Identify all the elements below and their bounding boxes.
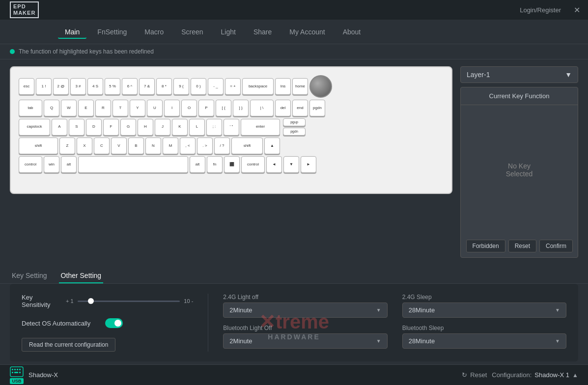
key-ralt[interactable]: alt [190,156,205,173]
knob[interactable] [309,75,332,98]
login-register-link[interactable]: Login/Register [520,6,561,14]
key-n[interactable]: N [145,138,161,154]
key-o[interactable]: O [181,100,197,116]
key-home[interactable]: home [292,78,308,95]
key-end[interactable]: end [292,100,308,116]
key-j[interactable]: J [155,119,170,136]
key-8[interactable]: 8 * [156,78,172,95]
key-k[interactable]: K [172,119,188,136]
key-enter[interactable]: enter [241,119,280,136]
detect-os-toggle[interactable] [105,318,123,328]
key-1[interactable]: 1 ! [36,78,52,95]
close-button[interactable]: ✕ [571,4,583,16]
key-menu[interactable]: ⬛ [224,156,240,173]
key-b[interactable]: B [128,138,144,154]
nav-item-fnsetting[interactable]: FnSetting [90,25,134,39]
key-pgup[interactable]: pgup [283,118,306,126]
key-semicolon[interactable]: ; : [206,119,222,136]
key-d[interactable]: D [86,119,102,136]
key-esc[interactable]: esc [19,78,34,95]
sensitivity-slider[interactable] [78,301,180,302]
key-slash[interactable]: / ? [214,138,230,154]
nav-item-main[interactable]: Main [58,25,86,39]
key-a[interactable]: A [52,119,67,136]
key-p[interactable]: P [198,100,214,116]
key-lbracket[interactable]: [ { [216,100,231,116]
forbidden-button[interactable]: Forbidden [466,240,505,252]
reset-button[interactable]: ↻ Reset [462,371,487,379]
key-t[interactable]: T [112,100,128,116]
key-del[interactable]: del [275,100,291,116]
key-5[interactable]: 5 % [105,78,120,95]
key-rctrl[interactable]: control [241,156,265,173]
key-u[interactable]: U [147,100,163,116]
key-fn[interactable]: fn [207,156,223,173]
key-r[interactable]: R [95,100,111,116]
key-x[interactable]: X [77,138,92,154]
tab-key-setting[interactable]: Key Setting [10,269,49,283]
config-name: Shadow-X 1 [534,371,569,379]
key-ins[interactable]: Ins [275,78,291,95]
layer-select[interactable]: Layer-1 ▼ [460,66,578,83]
nav-item-screen[interactable]: Screen [174,25,210,39]
key-capslock[interactable]: capslock [19,119,50,136]
confirm-button[interactable]: Confirm [539,240,573,252]
key-h[interactable]: H [138,119,153,136]
sleep-2g-dropdown[interactable]: 28Minute ▼ [402,302,566,318]
config-arrow[interactable]: ▲ [572,372,578,379]
bt-sleep-dropdown[interactable]: 28Minute ▼ [402,333,566,349]
key-backspace[interactable]: backspace [242,78,274,95]
key-equal[interactable]: = + [225,78,241,95]
key-q[interactable]: Q [44,100,59,116]
key-s[interactable]: S [69,119,84,136]
key-down[interactable]: ▼ [283,156,299,173]
key-4[interactable]: 4 S [87,78,103,95]
nav-item-light[interactable]: Light [214,25,243,39]
key-g[interactable]: G [120,119,136,136]
light-off-2g-dropdown[interactable]: 2Minute ▼ [223,302,387,318]
key-y[interactable]: Y [130,100,145,116]
key-6[interactable]: 6 ^ [122,78,138,95]
read-config-button[interactable]: Read the current configuration [22,338,115,352]
nav-item-macro[interactable]: Macro [138,25,170,39]
nav-item-about[interactable]: About [336,25,368,39]
key-lshift[interactable]: shift [19,138,58,154]
key-minus[interactable]: - _ [208,78,224,95]
key-pgdn[interactable]: pgdn [309,100,325,116]
key-3[interactable]: 3 # [70,78,86,95]
key-9[interactable]: 9 ( [173,78,189,95]
tab-other-setting[interactable]: Other Setting [59,269,104,283]
nav-item-myaccount[interactable]: My Account [282,25,332,39]
key-period[interactable]: . > [197,138,213,154]
key-pgdn2[interactable]: pgdn [283,128,306,136]
key-l[interactable]: L [189,119,205,136]
key-backslash[interactable]: | \ [250,100,274,116]
key-lctrl[interactable]: control [19,156,42,173]
key-right[interactable]: ► [301,156,316,173]
key-c[interactable]: C [94,138,110,154]
key-lalt[interactable]: alt [61,156,77,173]
key-2[interactable]: 2 @ [53,78,69,95]
key-space[interactable] [78,156,188,173]
key-tab[interactable]: tab [19,100,42,116]
key-rshift[interactable]: shift [231,138,263,154]
key-7[interactable]: 7 & [139,78,155,95]
key-comma[interactable]: , < [180,138,196,154]
key-w[interactable]: W [61,100,77,116]
key-lwin[interactable]: win [44,156,59,173]
key-rbracket[interactable]: ] } [233,100,249,116]
key-m[interactable]: M [163,138,178,154]
key-i[interactable]: I [164,100,180,116]
key-z[interactable]: Z [59,138,75,154]
key-quote[interactable]: ' " [224,119,239,136]
key-e[interactable]: E [78,100,94,116]
key-0[interactable]: 0 ) [191,78,206,95]
device-icon-box: USB [10,366,24,384]
bt-light-off-dropdown[interactable]: 2Minute ▼ [223,333,387,349]
nav-item-share[interactable]: Share [247,25,279,39]
key-v[interactable]: V [111,138,127,154]
key-f[interactable]: F [103,119,119,136]
key-up[interactable]: ▲ [264,138,280,154]
key-left[interactable]: ◄ [266,156,282,173]
reset-key-button[interactable]: Reset [508,240,536,252]
